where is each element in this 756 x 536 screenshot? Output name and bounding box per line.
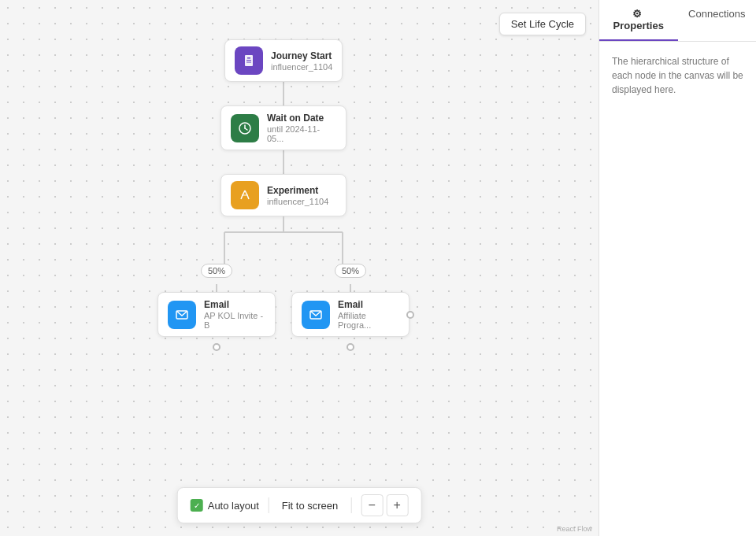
svg-rect-2 bbox=[246, 60, 251, 61]
email-right-icon bbox=[302, 301, 330, 329]
journey-start-subtitle: influencer_1104 bbox=[271, 62, 332, 72]
right-node-endpoint bbox=[406, 311, 414, 319]
email-left-icon bbox=[168, 301, 196, 329]
email-right-node[interactable]: Email Affiliate Progra... bbox=[291, 292, 410, 337]
experiment-node[interactable]: Experiment influencer_1104 bbox=[220, 174, 346, 216]
wait-on-date-title: Wait on Date bbox=[267, 113, 336, 124]
experiment-title: Experiment bbox=[267, 185, 328, 196]
tab-connections[interactable]: Connections bbox=[678, 0, 757, 41]
journey-start-icon bbox=[235, 46, 263, 75]
experiment-subtitle: influencer_1104 bbox=[267, 197, 328, 206]
experiment-text: Experiment influencer_1104 bbox=[267, 185, 328, 206]
email-right-text: Email Affiliate Progra... bbox=[338, 299, 399, 330]
journey-start-node[interactable]: Journey Start influencer_1104 bbox=[224, 39, 343, 82]
email-left-title: Email bbox=[204, 299, 265, 310]
react-flow-watermark: React Flow bbox=[557, 525, 592, 533]
tab-connections-label: Connections bbox=[688, 8, 745, 20]
right-endpoint bbox=[346, 343, 354, 351]
fit-screen-button[interactable]: Fit to screen bbox=[279, 498, 342, 513]
email-left-node[interactable]: Email AP KOL Invite - B bbox=[158, 292, 276, 337]
panel-tabs: ⚙ Properties Connections bbox=[599, 0, 756, 42]
branch-nodes-row: 50% Email AP KOL Invite - B bbox=[158, 264, 410, 351]
tab-properties-label: Properties bbox=[613, 20, 664, 31]
right-percent-badge: 50% bbox=[335, 264, 366, 278]
email-left-text: Email AP KOL Invite - B bbox=[204, 299, 265, 330]
svg-rect-3 bbox=[246, 62, 251, 63]
toolbar-divider bbox=[269, 497, 269, 513]
right-branch: 50% Email Affiliate Progra... bbox=[291, 264, 410, 351]
zoom-in-button[interactable]: + bbox=[386, 494, 408, 516]
wait-on-date-node[interactable]: Wait on Date until 2024-11-05... bbox=[220, 105, 346, 150]
email-right-title: Email bbox=[338, 299, 399, 310]
right-connector bbox=[350, 284, 351, 292]
wait-on-date-subtitle: until 2024-11-05... bbox=[267, 124, 336, 143]
bottom-toolbar: ✓ Auto layout Fit to screen − + bbox=[177, 487, 422, 523]
svg-line-8 bbox=[245, 190, 247, 195]
panel-content: The hierarchical structure of each node … bbox=[599, 42, 756, 109]
connector-1 bbox=[283, 82, 284, 105]
panel-empty-message: The hierarchical structure of each node … bbox=[612, 56, 743, 95]
tab-properties[interactable]: ⚙ Properties bbox=[599, 0, 678, 41]
left-branch: 50% Email AP KOL Invite - B bbox=[158, 264, 276, 351]
wait-on-date-text: Wait on Date until 2024-11-05... bbox=[267, 113, 336, 143]
toolbar-divider-2 bbox=[350, 497, 351, 513]
journey-start-text: Journey Start influencer_1104 bbox=[271, 50, 332, 72]
experiment-icon bbox=[231, 181, 259, 209]
auto-layout-checkbox[interactable]: ✓ bbox=[191, 499, 203, 512]
top-toolbar: Set Life Cycle bbox=[499, 13, 586, 35]
branch-section: 50% Email AP KOL Invite - B bbox=[158, 216, 410, 351]
email-right-subtitle: Affiliate Progra... bbox=[338, 311, 399, 330]
email-left-subtitle: AP KOL Invite - B bbox=[204, 311, 265, 330]
svg-line-6 bbox=[245, 128, 247, 130]
set-lifecycle-button[interactable]: Set Life Cycle bbox=[499, 13, 586, 35]
svg-line-7 bbox=[243, 190, 245, 195]
canvas-area[interactable]: Set Life Cycle Journey Start influencer_… bbox=[0, 0, 598, 536]
wait-on-date-icon bbox=[231, 114, 259, 142]
zoom-controls: − + bbox=[361, 494, 408, 516]
connector-2 bbox=[283, 150, 284, 174]
journey-start-title: Journey Start bbox=[271, 50, 332, 61]
flow-diagram: Journey Start influencer_1104 Wait on Da… bbox=[158, 39, 410, 351]
left-percent-badge: 50% bbox=[201, 264, 232, 278]
svg-line-10 bbox=[247, 195, 249, 199]
properties-icon: ⚙ bbox=[632, 8, 642, 20]
left-connector bbox=[216, 284, 217, 292]
auto-layout-control: ✓ Auto layout bbox=[191, 499, 259, 512]
right-panel: ⚙ Properties Connections The hierarchica… bbox=[598, 0, 756, 536]
auto-layout-label: Auto layout bbox=[208, 500, 259, 512]
svg-rect-1 bbox=[247, 57, 250, 59]
left-endpoint bbox=[213, 343, 220, 351]
zoom-out-button[interactable]: − bbox=[361, 494, 383, 516]
svg-line-9 bbox=[241, 195, 243, 199]
